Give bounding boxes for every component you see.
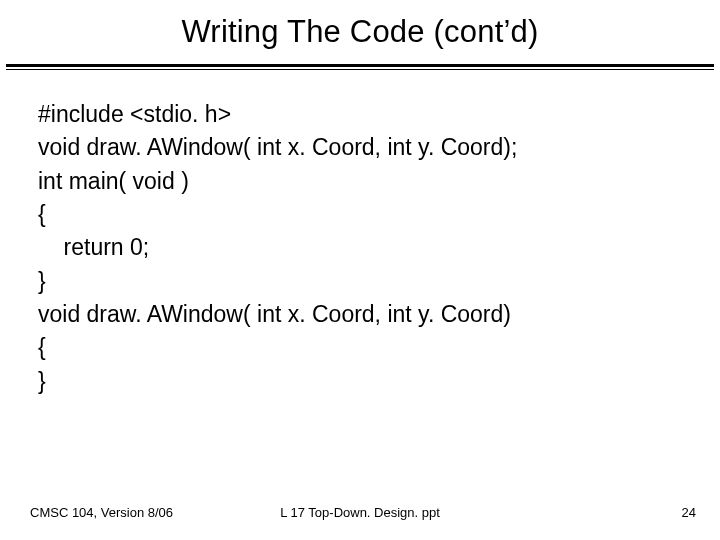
slide-body: #include <stdio. h> void draw. AWindow( … (0, 70, 720, 398)
code-line: return 0; (38, 234, 149, 260)
slide-title: Writing The Code (cont’d) (0, 0, 720, 58)
code-line: void draw. AWindow( int x. Coord, int y.… (38, 301, 511, 327)
footer-page: 24 (682, 505, 696, 520)
code-line: } (38, 368, 46, 394)
footer-left: CMSC 104, Version 8/06 (30, 505, 173, 520)
code-line: { (38, 334, 46, 360)
divider-thick (6, 64, 714, 67)
code-line: #include <stdio. h> (38, 101, 231, 127)
code-line: } (38, 268, 46, 294)
code-line: int main( void ) (38, 168, 189, 194)
footer: CMSC 104, Version 8/06 L 17 Top-Down. De… (0, 505, 720, 520)
code-line: { (38, 201, 46, 227)
slide: Writing The Code (cont’d) #include <stdi… (0, 0, 720, 540)
code-line: void draw. AWindow( int x. Coord, int y.… (38, 134, 517, 160)
code-block: #include <stdio. h> void draw. AWindow( … (38, 98, 682, 398)
